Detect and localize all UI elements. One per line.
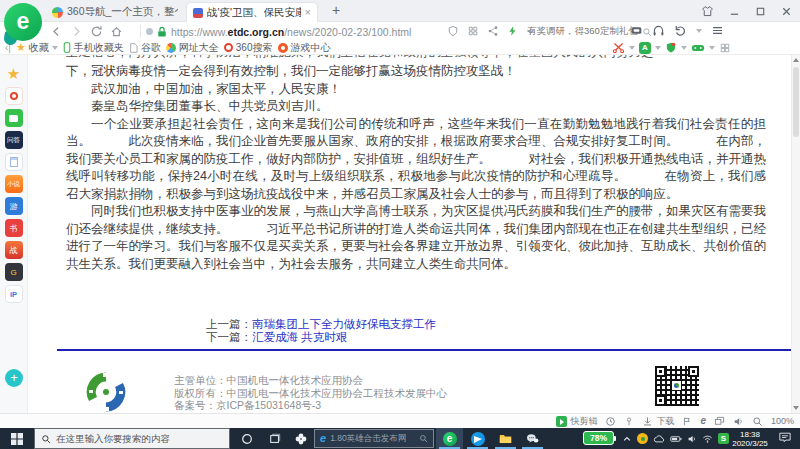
cloud-tray-icon[interactable] [653, 434, 665, 443]
bookmark-360-search[interactable]: 360搜索 [224, 41, 273, 55]
battery-percent-widget[interactable]: 78% [583, 431, 614, 445]
history-clock-icon[interactable] [605, 416, 616, 427]
url-path: /news/2020-02-23/100.html [284, 26, 411, 38]
next-article-link[interactable]: 汇爱成海 共克时艰 [252, 331, 347, 343]
bookmark-phone-favorites[interactable]: 手机收藏夹 [63, 41, 124, 55]
tab-article-active[interactable]: 战'疫'卫国、保民安康 ——记华 × [186, 2, 318, 22]
maximize-icon[interactable] [755, 6, 766, 17]
scrollbar-thumb[interactable] [793, 67, 799, 137]
clip-play-icon [556, 416, 567, 427]
ie-compat-icon[interactable]: e [700, 416, 706, 426]
notes-app-icon[interactable] [5, 153, 23, 171]
scroll-down-icon[interactable] [793, 406, 799, 410]
tab-title: 战'疫'卫国、保民安康 ——记华 [207, 6, 301, 20]
close-icon[interactable] [781, 6, 792, 17]
taskbar-search-input[interactable] [56, 433, 223, 444]
qa-app-icon[interactable]: 问答 [5, 131, 23, 149]
article-paragraph: 一个企业要承担起社会责任，这向来是我们公司的传统和呼声，这些年来我们一直在勤勤勉… [66, 116, 766, 204]
downloads-tool[interactable]: 下载 [642, 415, 674, 428]
bookmark-sites-daquan[interactable]: 网址大全 [166, 41, 219, 55]
pin-icon[interactable] [624, 416, 634, 427]
360-pinwheel-icon [166, 43, 176, 53]
novel-app-icon[interactable]: 小说 [5, 175, 23, 193]
redbook-app-icon[interactable]: 书 [5, 219, 23, 237]
bookmark-game-center[interactable]: 游戏中心 [278, 41, 331, 55]
logo-letter: e [4, 3, 42, 41]
vertical-scrollbar[interactable] [791, 55, 800, 413]
caret-icon [709, 46, 715, 50]
skin-theme-icon[interactable] [701, 5, 714, 18]
share-icon[interactable] [487, 25, 499, 37]
taskbar-app-file-explorer[interactable] [492, 428, 519, 449]
window-controls [701, 4, 792, 18]
pinwheel-app-button[interactable] [288, 428, 314, 449]
start-button[interactable] [0, 428, 34, 449]
tab-360-nav[interactable]: 360导航_一个主页，整个世界 [46, 2, 184, 22]
battery-tray-icon[interactable] [670, 435, 682, 443]
screenshot-scissors-icon[interactable] [612, 41, 625, 54]
zoom-magnifier-icon[interactable] [752, 416, 763, 427]
add-app-button[interactable]: + [5, 369, 23, 387]
speaker-tray-icon[interactable] [687, 434, 697, 444]
360-search-icon [224, 43, 233, 52]
accelerator-lightning-icon[interactable] [507, 25, 518, 37]
taskbar-search-box[interactable] [34, 428, 230, 449]
action-center-button[interactable] [779, 432, 791, 443]
favorites-star-icon[interactable]: ★ [5, 65, 23, 83]
messages-app-icon[interactable] [5, 109, 23, 127]
forward-icon[interactable] [70, 25, 83, 38]
wifi-tray-icon[interactable] [702, 434, 713, 443]
tray-expand-chevron-icon[interactable] [622, 434, 632, 444]
url-domain: etdc.org.cn [228, 26, 285, 38]
zoom-level[interactable]: 100% [771, 416, 794, 426]
caret-icon [655, 46, 661, 50]
wechat-icon [526, 433, 539, 444]
safety-shield-icon[interactable] [665, 41, 677, 54]
translate-icon[interactable]: A [639, 42, 651, 54]
360-security-tray-icon[interactable] [637, 433, 648, 444]
taskbar-clock[interactable]: 18:38 2020/3/25 [726, 430, 774, 449]
quick-clip-tool[interactable]: 快剪辑 [556, 415, 597, 428]
apps-grid-icon[interactable] [467, 25, 479, 37]
gamepad-icon[interactable] [691, 43, 705, 53]
new-tab-button[interactable]: + [328, 2, 344, 18]
ip-app-icon[interactable]: iP [5, 285, 23, 303]
cortana-button[interactable] [234, 428, 260, 449]
undo-caret-icon[interactable] [696, 29, 702, 33]
url-text: https://www.etdc.org.cn/news/2020-02-23/… [171, 26, 411, 38]
undo-icon[interactable] [674, 24, 687, 37]
ie-window-title: 1.80英雄合击发布网 [330, 433, 415, 445]
tab-close-icon[interactable]: × [305, 7, 311, 18]
taskbar-app-360-browser[interactable]: e [436, 428, 463, 449]
flag-icon[interactable] [682, 416, 692, 427]
scroll-up-icon[interactable] [793, 58, 799, 62]
bookmark-google[interactable]: 谷歌 [129, 41, 161, 55]
weibo-app-icon[interactable] [5, 87, 23, 105]
shooter-game-app-icon[interactable]: G [5, 263, 23, 281]
back-icon[interactable] [50, 25, 63, 38]
speaker-icon[interactable] [733, 416, 744, 427]
taskbar-app-blue-browser[interactable] [464, 428, 491, 449]
bookmarks-right-tools: A [612, 41, 731, 54]
battle-game-app-icon[interactable]: 战 [5, 241, 23, 259]
audio-headphones-icon[interactable] [652, 24, 665, 37]
address-bar[interactable]: https://www.etdc.org.cn/news/2020-02-23/… [146, 22, 411, 41]
menu-hamburger-icon[interactable] [711, 24, 724, 37]
refresh-icon[interactable] [90, 25, 103, 38]
blue-browser-icon [471, 432, 485, 446]
windows-stack-icon[interactable] [714, 416, 725, 427]
home-icon[interactable] [110, 25, 123, 38]
site-safety-shield-icon[interactable] [447, 25, 459, 37]
page-icon [129, 43, 138, 53]
game-app-icon[interactable]: 游 [5, 197, 23, 215]
reader-mode-icon[interactable] [630, 24, 643, 37]
extensions-grid-icon[interactable] [719, 42, 731, 54]
footer-supervisor: 主管单位：中国机电一体化技术应用协会 [174, 374, 447, 387]
ie-window-task-item[interactable]: e 1.80英雄合击发布网 [314, 429, 434, 448]
minimize-icon[interactable] [729, 6, 740, 17]
prev-article-link[interactable]: 南瑞集团上下全力做好保电支撑工作 [252, 318, 436, 330]
caret-icon [629, 46, 635, 50]
windows-taskbar: e 1.80英雄合击发布网 e 78% S 18:38 2020/3/25 [0, 428, 800, 449]
task-view-button[interactable] [262, 428, 288, 449]
taskbar-app-wechat[interactable] [519, 428, 546, 449]
